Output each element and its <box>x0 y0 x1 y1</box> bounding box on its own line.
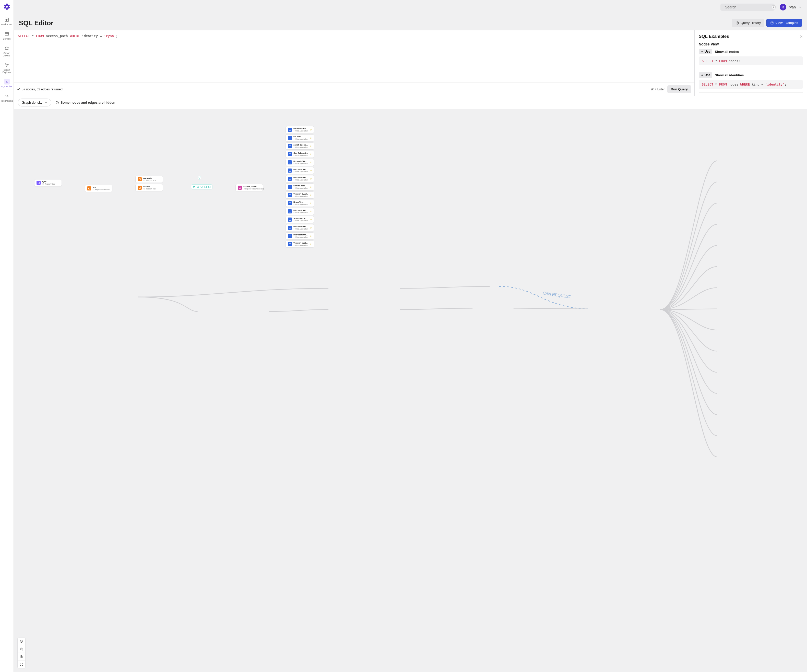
svg-rect-54 <box>289 194 291 196</box>
database-icon <box>193 186 195 188</box>
query-history-label: Query History <box>741 21 761 25</box>
node-sub: Okta Application <box>294 212 308 214</box>
sidebar-item-label: Graph Explorer <box>0 69 13 74</box>
graph-node[interactable]: Teleport tag2-nodeOkta Application☆ <box>286 241 314 248</box>
node-icon <box>288 152 292 156</box>
svg-rect-71 <box>201 186 203 187</box>
view-examples-button[interactable]: View Examples <box>766 19 802 27</box>
locate-button[interactable] <box>18 637 25 645</box>
star-icon: ☆ <box>310 169 312 172</box>
query-history-button[interactable]: Query History <box>732 19 764 27</box>
node-sub: Okta Application <box>294 187 308 189</box>
graph-node[interactable]: Brian TestOkta Application☆ <box>286 200 314 207</box>
svg-point-39 <box>294 131 294 131</box>
graph-node[interactable]: ryanTeleport User <box>34 179 62 186</box>
graph-node[interactable]: Krzysztof OIDC SSO AppOkta Application☆ <box>286 159 314 166</box>
graph-density-dropdown[interactable]: Graph density <box>18 99 51 106</box>
sidebar-item-label: Dashboard <box>1 23 12 26</box>
graph-node[interactable]: Atlassian Jira ServerOkta Application☆ <box>286 216 314 223</box>
user-menu[interactable]: R ryan <box>780 4 802 10</box>
graph-node[interactable]: sshah-teleport-saml-idp...Okta Applicati… <box>286 143 314 149</box>
node-sub: Okta Application <box>294 204 308 206</box>
graph-node[interactable]: Gus Teleport SAMLOkta Application☆ <box>286 151 314 158</box>
graph-node[interactable]: Microsoft Office 365Okta Application☆ <box>286 224 314 231</box>
node-sub: Okta Application <box>294 179 308 181</box>
sidebar-item-sql-editor[interactable]: SQL Editor <box>0 76 13 91</box>
node-sub: Teleport Resource Group <box>243 188 261 190</box>
use-example-button[interactable]: Use <box>699 49 712 55</box>
svg-point-55 <box>294 196 294 197</box>
star-icon: ☆ <box>310 210 312 213</box>
sidebar-item-integrations[interactable]: Integrations <box>0 91 13 105</box>
svg-line-85 <box>22 657 23 658</box>
sidebar-item-graph-explorer[interactable]: Graph Explorer <box>0 60 13 76</box>
graph-node[interactable]: tim-teleport-testOkta Application☆ <box>286 126 314 133</box>
sidebar-item-dashboard[interactable]: Dashboard <box>0 14 13 28</box>
node-icon <box>288 242 292 246</box>
star-icon: ☆ <box>310 128 312 131</box>
sidebar-item-label: Browse <box>3 38 10 40</box>
graph-canvas[interactable]: CAN REQUEST ryanTeleport UsertestTelepor… <box>14 109 807 672</box>
node-icon <box>288 136 292 140</box>
node-icon <box>288 226 292 230</box>
sidebar-item-crown-jewels[interactable]: Crown Jewels <box>0 43 13 60</box>
svg-line-82 <box>22 650 23 650</box>
graph-node[interactable]: Microsoft Office 365Okta Application☆ <box>286 208 314 215</box>
node-icon <box>138 177 142 181</box>
graph-node[interactable]: accessTeleport Role <box>135 184 163 191</box>
chevron-left-double-icon <box>701 74 704 76</box>
graph-result-icon <box>17 88 20 91</box>
editor-area: SELECT * FROM access_path WHERE identity… <box>14 30 807 96</box>
star-icon: ☆ <box>310 202 312 204</box>
node-title: Microsoft Office 365 <box>294 234 308 236</box>
node-sub: Okta Application <box>294 171 308 173</box>
graph-node[interactable]: kimlisa-testOkta Application☆ <box>286 183 314 191</box>
search-box[interactable]: / <box>721 3 775 11</box>
search-input[interactable] <box>725 5 770 9</box>
node-icon <box>288 217 292 222</box>
node-icon <box>288 209 292 214</box>
svg-rect-28 <box>38 182 39 184</box>
zoom-out-button[interactable] <box>18 653 25 660</box>
svg-point-77 <box>21 641 22 642</box>
graph-node[interactable]: Microsoft Office 365Okta Application☆ <box>286 175 314 182</box>
desktop-icon <box>201 186 203 188</box>
svg-rect-40 <box>289 137 291 139</box>
svg-point-41 <box>294 139 294 139</box>
map-controls <box>17 637 25 669</box>
graph-node[interactable]: requesterTeleport Role <box>135 176 163 183</box>
svg-point-35 <box>143 188 145 189</box>
svg-line-13 <box>6 64 6 66</box>
fit-button[interactable] <box>18 660 25 668</box>
svg-point-51 <box>294 179 294 180</box>
graph-node[interactable]: Teleport SAMLOkta Application☆ <box>286 191 314 199</box>
svg-point-31 <box>93 189 93 190</box>
close-icon[interactable] <box>799 35 803 38</box>
svg-point-78 <box>20 640 22 642</box>
sidebar: DashboardBrowseCrown JewelsGraph Explore… <box>0 0 14 672</box>
node-icon <box>138 186 142 190</box>
graph-mini-node[interactable] <box>198 176 201 179</box>
node-title: Atlassian Jira Server <box>294 217 308 220</box>
node-icon <box>288 169 292 173</box>
sql-editor[interactable]: SELECT * FROM access_path WHERE identity… <box>14 30 694 83</box>
svg-rect-52 <box>289 186 291 187</box>
svg-point-63 <box>294 229 294 229</box>
run-query-button[interactable]: Run Query <box>667 85 691 93</box>
use-example-button[interactable]: Use <box>699 72 712 78</box>
node-title: Microsoft Office 365 <box>294 177 308 179</box>
use-label: Use <box>705 50 710 53</box>
sidebar-item-label: Integrations <box>1 100 13 102</box>
node-icon <box>288 234 292 238</box>
graph-node[interactable]: Microsoft Office 365Okta Application☆ <box>286 167 314 174</box>
svg-point-8 <box>5 63 6 64</box>
graph-node[interactable]: nic testOkta Application☆ <box>286 134 314 141</box>
resource-type-icons[interactable] <box>191 184 213 189</box>
svg-point-21 <box>772 23 772 24</box>
graph-node[interactable]: access_allowTeleport Resource Group <box>236 184 263 191</box>
example-item: UseShow all identitiesSELECT * FROM node… <box>699 72 803 93</box>
sidebar-item-browse[interactable]: Browse <box>0 28 13 43</box>
graph-node[interactable]: testTeleport Access List <box>85 185 112 192</box>
graph-node[interactable]: Microsoft Office 365Okta Application☆ <box>286 232 314 239</box>
zoom-in-button[interactable] <box>18 645 25 653</box>
